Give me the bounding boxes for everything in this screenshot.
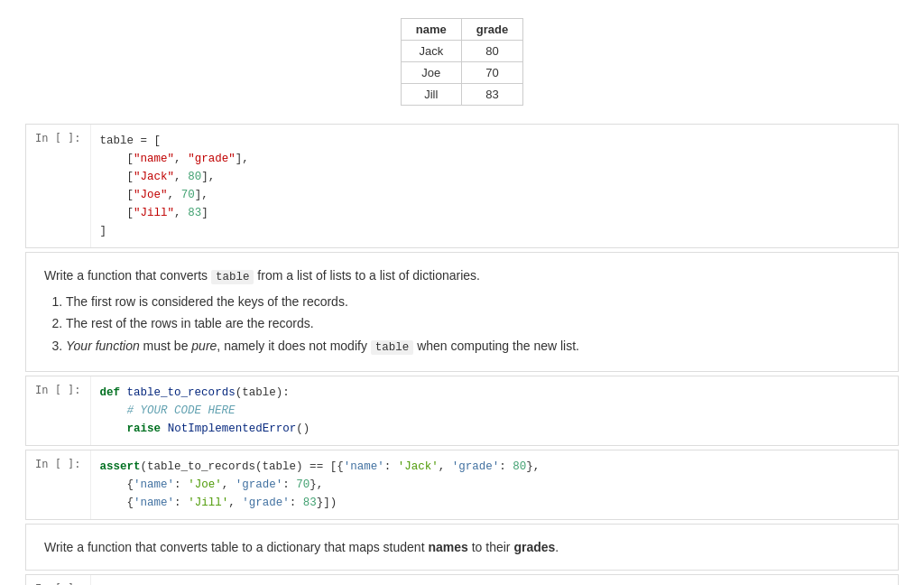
table-row: Jill 83 [401,84,522,106]
cell-code-1[interactable]: table = [ ["name", "grade"], ["Jack", 80… [90,125,898,247]
cell-jill-grade: 83 [461,84,522,106]
cell-jack-name: Jack [401,41,461,62]
code-cell-3: In [ ]: def table_to_records(table): # Y… [25,376,899,446]
cell-label-3: In [ ]: [26,376,90,404]
list-item-1: The first row is considered the keys of … [66,292,880,311]
cell-code-6[interactable]: def student_grades(table): # YOUR CODE H… [90,575,898,585]
table-container: name grade Jack 80 Joe 70 Jill 83 [25,18,899,106]
text-para-1: Write a function that converts table fro… [44,265,880,286]
cell-joe-grade: 70 [461,62,522,84]
cell-jill-name: Jill [401,84,461,106]
text-list-1: The first row is considered the keys of … [66,292,880,357]
cell-joe-name: Joe [401,62,461,84]
page-container: name grade Jack 80 Joe 70 Jill 83 [11,18,913,585]
col-header-name: name [401,19,461,41]
code-cell-1: In [ ]: table = [ ["name", "grade"], ["J… [25,124,899,248]
text-cell-2: Write a function that converts table to … [25,524,899,571]
cell-label-6: In [ ]: [26,575,90,585]
cell-code-3[interactable]: def table_to_records(table): # YOUR CODE… [90,376,898,445]
text-cell-1: Write a function that converts table fro… [25,252,899,372]
code-cell-6: In [ ]: def student_grades(table): # YOU… [25,574,899,585]
cell-label-1: In [ ]: [26,125,90,152]
table-row: Joe 70 [401,62,522,84]
data-table: name grade Jack 80 Joe 70 Jill 83 [401,18,523,106]
table-row: Jack 80 [401,41,522,62]
text-para-2: Write a function that converts table to … [44,537,880,557]
list-item-2: The rest of the rows in table are the re… [66,313,880,333]
code-cell-4: In [ ]: assert(table_to_records(table) =… [25,450,899,520]
list-item-3: Your function must be pure, namely it do… [66,336,880,357]
cell-jack-grade: 80 [461,41,522,62]
cell-label-4: In [ ]: [26,450,90,478]
col-header-grade: grade [461,19,522,41]
cell-code-4[interactable]: assert(table_to_records(table) == [{'nam… [90,450,898,519]
